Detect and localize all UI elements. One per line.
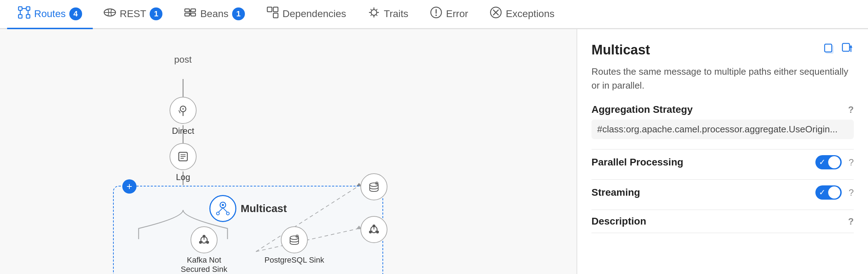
- panel-actions: [823, 42, 854, 58]
- svg-rect-16: [267, 7, 272, 12]
- svg-rect-64: [842, 43, 850, 51]
- tab-beans[interactable]: Beans 1: [173, 0, 255, 29]
- divider-3: [591, 210, 854, 210]
- description-label-text: Description: [591, 216, 646, 227]
- aggregation-strategy-value[interactable]: #class:org.apache.camel.processor.aggreg…: [591, 120, 854, 139]
- svg-rect-2: [18, 15, 22, 18]
- svg-rect-1: [26, 7, 30, 10]
- parallel-processing-label: Parallel Processing: [591, 157, 683, 168]
- multicast-icon[interactable]: [209, 195, 236, 222]
- export-button[interactable]: [841, 42, 854, 58]
- kafka-offscreen-node[interactable]: [360, 216, 387, 243]
- tab-rest[interactable]: REST 1: [93, 0, 173, 29]
- postgres-label: PostgreSQL Sink: [264, 255, 324, 265]
- svg-point-52: [295, 235, 299, 238]
- tab-routes-label: Routes: [34, 8, 66, 20]
- panel-description: Routes the same message to multiple path…: [591, 65, 854, 93]
- log-label: Log: [170, 172, 197, 182]
- tab-error[interactable]: Error: [419, 0, 479, 29]
- streaming-row: Streaming ✓ ?: [591, 185, 854, 200]
- routes-icon: [18, 6, 31, 22]
- aggregation-strategy-field-label: Aggregation Strategy ?: [591, 104, 854, 115]
- tab-rest-label: REST: [120, 8, 146, 20]
- svg-point-42: [216, 212, 219, 215]
- tab-traits[interactable]: Traits: [357, 0, 419, 29]
- direct-node[interactable]: Direct: [170, 97, 197, 136]
- svg-rect-11: [191, 9, 195, 12]
- main-content: post Direct: [0, 29, 868, 274]
- canvas-area[interactable]: post Direct: [0, 29, 577, 274]
- divider-2: [591, 179, 854, 180]
- rest-icon: [103, 6, 116, 22]
- svg-point-22: [435, 15, 437, 16]
- parallel-processing-help-icon[interactable]: ?: [849, 157, 854, 168]
- aggregation-strategy-help-icon[interactable]: ?: [848, 104, 854, 115]
- streaming-help-icon[interactable]: ?: [849, 187, 854, 198]
- tab-bar: Routes 4 REST 1 B: [0, 0, 868, 29]
- divider-1: [591, 149, 854, 149]
- post-label: post: [174, 54, 192, 65]
- tab-routes[interactable]: Routes 4: [7, 0, 93, 29]
- postgres-node[interactable]: PostgreSQL Sink: [264, 226, 324, 274]
- beans-icon: [184, 6, 197, 22]
- kafka-node[interactable]: Kafka Not Secured Sink: [172, 226, 236, 274]
- tab-exceptions-label: Exceptions: [506, 8, 554, 20]
- svg-rect-17: [273, 13, 278, 18]
- svg-rect-18: [273, 7, 278, 12]
- svg-point-43: [226, 212, 229, 215]
- parallel-processing-check-icon: ✓: [819, 158, 825, 167]
- panel-title: Multicast: [591, 42, 650, 58]
- branch-container: Kafka Not Secured Sink PostgreSQL Sink: [121, 226, 375, 274]
- streaming-check-icon: ✓: [819, 188, 825, 197]
- svg-rect-10: [185, 13, 189, 16]
- tab-dependencies-label: Dependencies: [283, 8, 346, 20]
- svg-point-54: [375, 181, 379, 185]
- traits-icon: [368, 6, 380, 22]
- add-top-button[interactable]: +: [122, 179, 136, 194]
- parallel-processing-toggle[interactable]: ✓: [815, 155, 842, 169]
- multicast-header: Multicast: [121, 195, 375, 222]
- description-field-label: Description ?: [591, 216, 854, 227]
- error-icon: [430, 6, 443, 22]
- svg-point-45: [203, 235, 205, 238]
- add-top-icon: +: [127, 181, 132, 192]
- svg-rect-3: [26, 15, 30, 18]
- kafka-label: Kafka Not Secured Sink: [172, 255, 236, 274]
- tab-exceptions[interactable]: Exceptions: [479, 0, 565, 29]
- multicast-title: Multicast: [241, 202, 287, 215]
- tab-rest-badge: 1: [150, 7, 162, 20]
- tab-routes-badge: 4: [69, 7, 82, 20]
- multicast-group: + Multicast: [113, 186, 383, 274]
- svg-rect-12: [191, 13, 195, 16]
- streaming-toggle[interactable]: ✓: [815, 185, 842, 200]
- streaming-label-text: Streaming: [591, 187, 640, 198]
- svg-point-47: [199, 241, 202, 244]
- parallel-processing-row: Parallel Processing ✓ ?: [591, 155, 854, 169]
- svg-rect-63: [825, 44, 832, 52]
- svg-point-56: [373, 225, 375, 227]
- streaming-label: Streaming: [591, 187, 640, 198]
- parallel-processing-label-text: Parallel Processing: [591, 157, 683, 168]
- aggregation-strategy-label-text: Aggregation Strategy: [591, 104, 693, 115]
- svg-rect-0: [18, 7, 22, 10]
- right-panel: Multicast Routes the same: [577, 29, 868, 274]
- tab-beans-badge: 1: [232, 7, 245, 20]
- description-help-icon[interactable]: ?: [848, 216, 854, 227]
- copy-button[interactable]: [823, 42, 835, 58]
- exceptions-icon: [489, 6, 502, 22]
- panel-header: Multicast: [591, 42, 854, 58]
- svg-point-58: [369, 231, 372, 233]
- dependencies-icon: [266, 6, 279, 22]
- svg-line-35: [179, 110, 180, 113]
- svg-point-34: [182, 108, 184, 110]
- svg-point-46: [206, 241, 209, 244]
- tab-error-label: Error: [446, 8, 468, 20]
- tab-dependencies[interactable]: Dependencies: [256, 0, 357, 29]
- direct-label: Direct: [170, 126, 197, 136]
- log-node[interactable]: Log: [170, 143, 197, 182]
- svg-rect-9: [185, 9, 189, 12]
- divider-4: [591, 233, 854, 233]
- postgres-offscreen-node[interactable]: [360, 173, 387, 200]
- svg-point-57: [376, 231, 379, 233]
- tab-beans-label: Beans: [200, 8, 228, 20]
